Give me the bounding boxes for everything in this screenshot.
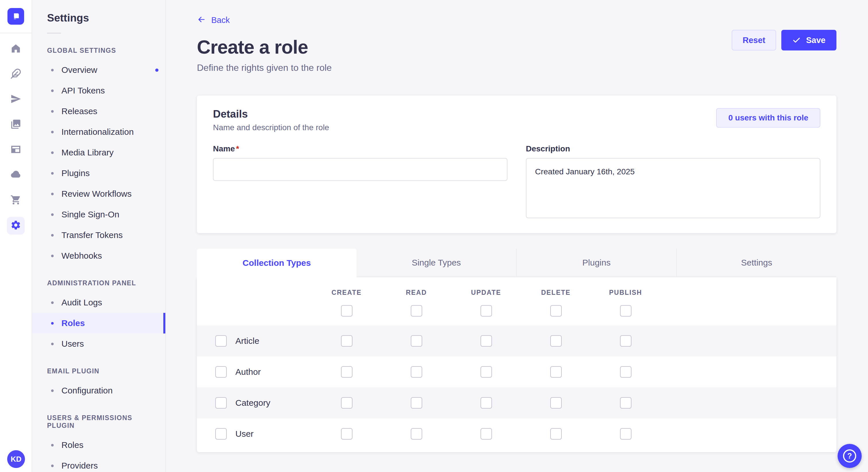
sidebar-item-configuration[interactable]: Configuration — [32, 380, 165, 401]
description-textarea[interactable]: Created January 16th, 2025 — [526, 158, 820, 218]
arrow-left-icon — [197, 15, 206, 25]
column-header-label: DELETE — [541, 289, 570, 297]
row-label: User — [236, 429, 253, 439]
layout-icon — [10, 144, 21, 156]
user-avatar[interactable]: KD — [7, 450, 25, 468]
checkbox-article-delete[interactable] — [550, 335, 562, 347]
back-link[interactable]: Back — [197, 15, 229, 25]
sidebar-item-label: Roles — [61, 440, 84, 450]
select-all-update-checkbox[interactable] — [480, 305, 492, 316]
sidebar-item-users[interactable]: Users — [32, 334, 165, 354]
save-button[interactable]: Save — [781, 30, 836, 50]
checkbox-author-delete[interactable] — [550, 366, 562, 378]
select-all-create-checkbox[interactable] — [341, 305, 352, 316]
sidebar-item-internationalization[interactable]: Internationalization — [32, 122, 165, 142]
help-button[interactable]: ? — [838, 444, 862, 468]
checkbox-author-update[interactable] — [480, 366, 492, 378]
users-with-role-button[interactable]: 0 users with this role — [716, 108, 820, 128]
sidebar-item-media-library[interactable]: Media Library — [32, 142, 165, 163]
details-card-header: Details Name and description of the role… — [213, 108, 820, 132]
sidebar-item-roles-2[interactable]: Roles — [32, 435, 165, 456]
sidebar-item-single-sign-on[interactable]: Single Sign-On — [32, 204, 165, 225]
tab-collection-types[interactable]: Collection Types — [197, 248, 356, 277]
rail-item-home[interactable] — [7, 40, 25, 58]
checkbox-category-publish[interactable] — [620, 397, 631, 409]
rail-item-builder[interactable] — [7, 141, 25, 159]
strapi-logo[interactable] — [7, 8, 24, 25]
cell-article-read — [381, 326, 451, 357]
rail-item-cloud[interactable] — [7, 166, 25, 184]
checkbox-author-publish[interactable] — [620, 366, 631, 378]
checkbox-article-publish[interactable] — [620, 335, 631, 347]
sidebar-title: Settings — [47, 12, 165, 24]
rail-item-marketplace[interactable] — [7, 192, 25, 209]
sidebar-section-label: GLOBAL SETTINGS — [47, 47, 158, 55]
page-subtitle: Define the rights given to the role — [197, 63, 836, 73]
checkbox-category-create[interactable] — [341, 397, 352, 409]
checkbox-category-read[interactable] — [411, 397, 422, 409]
select-all-read-checkbox[interactable] — [411, 305, 422, 316]
table-row-user: User — [197, 418, 836, 449]
bullet-icon — [51, 213, 54, 216]
sidebar-item-overview[interactable]: Overview — [32, 60, 165, 80]
column-publish: PUBLISH — [591, 277, 660, 326]
rail-item-settings[interactable] — [7, 217, 25, 235]
rail-item-content[interactable] — [7, 65, 25, 83]
row-checkbox-article[interactable] — [215, 335, 227, 347]
checkbox-user-update[interactable] — [480, 428, 492, 440]
details-card: Details Name and description of the role… — [197, 96, 836, 233]
sidebar-item-review-workflows[interactable]: Review Workflows — [32, 183, 165, 204]
checkbox-user-publish[interactable] — [620, 428, 631, 440]
cell-category-update — [451, 387, 521, 418]
tab-label: Collection Types — [243, 258, 311, 268]
sidebar-item-api-tokens[interactable]: API Tokens — [32, 80, 165, 101]
cell-category-create — [312, 387, 381, 418]
sidebar-item-providers[interactable]: Providers — [32, 456, 165, 472]
checkbox-author-read[interactable] — [411, 366, 422, 378]
sidebar-item-webhooks[interactable]: Webhooks — [32, 245, 165, 266]
checkbox-category-delete[interactable] — [550, 397, 562, 409]
checkbox-user-read[interactable] — [411, 428, 422, 440]
header-name-spacer — [197, 277, 312, 326]
name-input[interactable] — [213, 158, 507, 181]
sidebar-item-audit-logs[interactable]: Audit Logs — [32, 292, 165, 313]
bullet-icon — [51, 172, 54, 175]
cell-author-delete — [521, 357, 591, 387]
bullet-icon — [51, 322, 54, 325]
row-label: Category — [236, 398, 270, 408]
sidebar-item-releases[interactable]: Releases — [32, 101, 165, 122]
question-mark-icon: ? — [843, 449, 856, 463]
bullet-icon — [51, 151, 54, 154]
checkbox-article-update[interactable] — [480, 335, 492, 347]
checkbox-user-create[interactable] — [341, 428, 352, 440]
permissions-panel: Collection TypesSingle TypesPluginsSetti… — [197, 248, 836, 452]
sidebar-sections: GLOBAL SETTINGSOverviewAPI TokensRelease… — [32, 47, 165, 472]
column-create: CREATE — [312, 277, 381, 326]
bullet-icon — [51, 465, 54, 467]
select-all-delete-checkbox[interactable] — [550, 305, 562, 316]
name-label: Name* — [213, 144, 507, 154]
sidebar-item-plugins[interactable]: Plugins — [32, 163, 165, 183]
sidebar-section-label: EMAIL PLUGIN — [47, 367, 158, 375]
rail-item-deploy[interactable] — [7, 91, 25, 108]
cell-article-update — [451, 326, 521, 357]
rail-item-media[interactable] — [7, 116, 25, 134]
required-marker: * — [236, 144, 239, 153]
checkbox-article-read[interactable] — [411, 335, 422, 347]
row-checkbox-category[interactable] — [215, 397, 227, 409]
sidebar-item-label: Transfer Tokens — [61, 230, 123, 240]
reset-button[interactable]: Reset — [732, 30, 776, 50]
tab-single-types[interactable]: Single Types — [356, 248, 516, 277]
checkbox-article-create[interactable] — [341, 335, 352, 347]
row-checkbox-user[interactable] — [215, 428, 227, 440]
sidebar-item-roles[interactable]: Roles — [32, 313, 165, 334]
row-checkbox-author[interactable] — [215, 366, 227, 378]
tab-plugins[interactable]: Plugins — [516, 248, 676, 277]
checkbox-category-update[interactable] — [480, 397, 492, 409]
tab-settings[interactable]: Settings — [676, 248, 836, 277]
checkbox-author-create[interactable] — [341, 366, 352, 378]
cell-article-create — [312, 326, 381, 357]
checkbox-user-delete[interactable] — [550, 428, 562, 440]
select-all-publish-checkbox[interactable] — [620, 305, 631, 316]
sidebar-item-transfer-tokens[interactable]: Transfer Tokens — [32, 225, 165, 245]
